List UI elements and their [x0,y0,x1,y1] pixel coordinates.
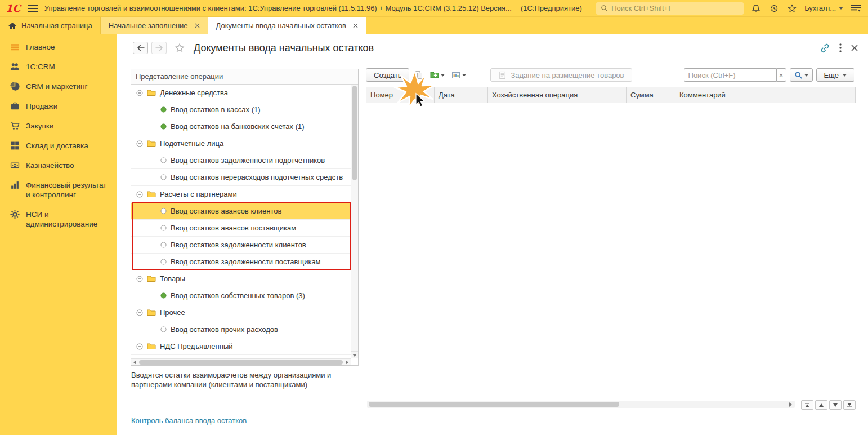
document-list-empty-area[interactable] [366,103,856,398]
tree-group-row[interactable]: Прочее [131,304,351,321]
scrollbar-thumb[interactable] [352,86,357,180]
get-link-icon[interactable] [820,43,830,53]
column-header-5[interactable]: Комментарий [675,87,855,103]
empty-circle-icon [160,242,167,248]
balance-control-link[interactable]: Контроль баланса ввода остатков [131,416,247,425]
column-header-4[interactable]: Сумма [627,87,675,103]
sidebar-item-nsi-admin[interactable]: НСИ и администрирование [0,205,117,234]
column-header-3[interactable]: Хозяйственная операция [488,87,627,103]
global-search-input[interactable] [611,4,739,12]
tree-item-row[interactable]: Ввод остатков авансов клиентов [131,203,351,220]
list-navigation-buttons [801,400,856,410]
tree-item-row[interactable]: Ввод остатков задолженности подотчетнико… [131,152,351,169]
tree-item-row[interactable]: Ввод остатков прочих расходов [131,321,351,338]
tree-group-row[interactable]: Подотчетные лица [131,135,351,152]
folder-icon [147,190,156,198]
form-menu-kebab-icon[interactable] [839,43,842,52]
sidebar-item-crm-marketing[interactable]: CRM и маркетинг [0,77,117,96]
tree-horizontal-scrollbar[interactable] [131,358,351,365]
tree-item-row[interactable]: Ввод остатков в кассах (1) [131,101,351,118]
sidebar-item-finance-result[interactable]: Финансовый результат и контроллинг [0,175,117,205]
placement-task-button[interactable]: Задание на размещение товаров [490,68,632,82]
collapse-icon[interactable] [136,276,143,282]
next-page-button[interactable] [829,400,842,410]
global-search-field[interactable] [596,2,744,15]
column-header-1[interactable]: Номер [366,87,435,103]
tree-item-row[interactable]: Ввод остатков авансов поставщикам [131,220,351,237]
column-header-2[interactable]: Дата [435,87,488,103]
user-menu[interactable]: Бухгалт... [804,4,843,12]
close-form-icon[interactable] [851,45,858,51]
empty-circle-icon [160,157,167,163]
more-button[interactable]: Еще [816,68,854,82]
tree-vertical-scrollbar[interactable] [351,85,358,358]
collapse-icon[interactable] [136,140,143,147]
collapse-icon[interactable] [136,90,143,96]
sidebar-item-treasury[interactable]: Казначейство [0,156,117,175]
favorites-star-icon[interactable] [786,3,798,14]
tree-group-row[interactable]: Товары [131,270,351,287]
sidebar-item-1c-crm[interactable]: 1С:CRM [0,57,117,77]
tree-row-label: Ввод остатков прочих расходов [171,325,278,334]
tree-row-label: Прочее [160,308,185,317]
form-header: Документы ввода начальных остатков [117,34,868,61]
folder-icon [147,89,156,96]
close-tab-icon[interactable] [353,23,358,28]
tab-opening-balance-documents[interactable]: Документы ввода начальных остатков [208,17,366,34]
service-menu-icon[interactable] [850,3,861,14]
tab-initial-filling[interactable]: Начальное заполнение [101,17,208,34]
tree-item-row[interactable]: Ввод остатков на банковских счетах (1) [131,118,351,135]
folder-icon [147,140,156,147]
folder-icon [147,309,156,316]
scroll-left-icon[interactable] [131,359,138,365]
scroll-right-icon[interactable] [786,402,795,407]
report-button[interactable] [450,68,468,82]
scrollbar-thumb[interactable] [139,360,343,365]
notifications-bell-icon[interactable] [750,3,762,14]
search-button[interactable] [790,68,813,82]
search-icon [601,5,608,12]
close-tab-icon[interactable] [195,23,200,28]
scroll-right-icon[interactable] [343,359,351,365]
tree-group-row[interactable]: Расчеты с партнерами [131,186,351,203]
tree-item-row[interactable]: Ввод остатков задолженности клиентов [131,237,351,254]
sidebar-item-main[interactable]: Главное [0,37,117,57]
main-menu-icon[interactable] [28,5,38,12]
filled-circle-icon [160,292,167,299]
create-group-button[interactable] [428,68,446,82]
tree-item-row[interactable]: Ввод остатков собственных товаров (3) [131,287,351,304]
tree-item-row[interactable]: Ввод остатков задолженности поставщикам [131,254,351,270]
document-table-header: НомерДатаХозяйственная операцияСуммаКомм… [366,87,856,103]
sections-sidebar: Главное1С:CRMCRM и маркетингПродажиЗакуп… [0,34,117,435]
sidebar-item-purchases[interactable]: Закупки [0,116,117,136]
clear-search-icon[interactable]: × [776,68,786,82]
tree-row-label: Ввод остатков авансов клиентов [171,207,281,215]
go-to-last-button[interactable] [843,400,856,410]
add-to-favorites-icon[interactable] [175,43,185,53]
forward-button[interactable] [151,42,167,54]
go-to-first-button[interactable] [801,400,813,410]
tree-group-row[interactable]: Денежные средства [131,85,351,101]
chevron-down-icon [441,74,445,77]
sidebar-item-sales[interactable]: Продажи [0,96,117,116]
scrollbar-thumb[interactable] [369,402,619,407]
operations-tree-panel: Представление операции Денежные средства… [131,69,359,366]
history-icon[interactable] [768,3,780,14]
list-search-field: × [684,68,786,82]
sidebar-item-warehouse-delivery[interactable]: Склад и доставка [0,136,117,156]
list-search-input[interactable] [684,68,776,82]
tree-item-row[interactable]: Ввод остатков перерасходов подотчетных с… [131,169,351,186]
list-horizontal-scrollbar[interactable] [367,401,795,408]
previous-page-button[interactable] [815,400,827,410]
create-button[interactable]: Создать [366,68,409,82]
collapse-icon[interactable] [136,309,143,316]
copy-document-icon[interactable] [413,68,425,82]
tree-group-row[interactable]: НДС Предъявленный [131,338,351,355]
tab-home[interactable]: Начальная страница [0,17,101,34]
tree-row-label: Расчеты с партнерами [160,190,237,198]
scroll-down-icon[interactable] [351,351,358,358]
magnifier-icon [794,71,803,79]
collapse-icon[interactable] [136,343,143,350]
back-button[interactable] [133,42,148,54]
collapse-icon[interactable] [136,191,143,198]
